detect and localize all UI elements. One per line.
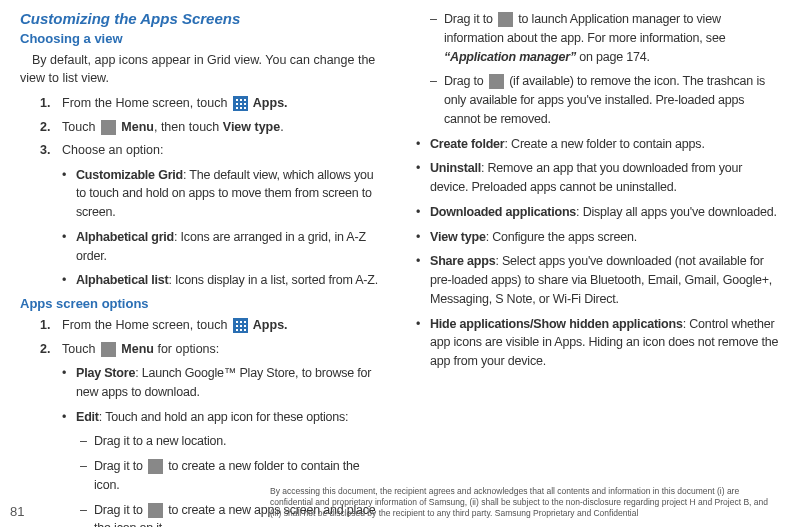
apps-icon [233, 96, 248, 111]
dash-text: Drag to (if available) to remove the ico… [444, 72, 782, 128]
dash-item: – Drag it to to launch Application manag… [430, 10, 782, 66]
option-item: • Create folder: Create a new folder to … [416, 135, 782, 154]
bullet: • [62, 228, 76, 266]
apps-icon [233, 318, 248, 333]
option-text: Customizable Grid: The default view, whi… [76, 166, 386, 222]
dash: – [80, 432, 94, 451]
step-item: 3. Choose an option: [40, 142, 386, 160]
subsection-heading: Apps screen options [20, 296, 386, 311]
option-item: • Hide applications/Show hidden applicat… [416, 315, 782, 371]
step-item: 2. Touch Menu, then touch View type. [40, 119, 386, 137]
bullet: • [416, 252, 430, 308]
intro-paragraph: By default, app icons appear in Grid vie… [20, 52, 386, 87]
step-text: Touch Menu for options: [62, 341, 219, 359]
page-number: 81 [10, 504, 24, 519]
option-item: • Share apps: Select apps you've downloa… [416, 252, 782, 308]
bullet: • [416, 228, 430, 247]
bullet: • [62, 166, 76, 222]
dash: – [430, 72, 444, 128]
folder-target-icon [148, 459, 163, 474]
left-column: Customizing the Apps Screens Choosing a … [20, 10, 386, 527]
option-text: Downloaded applications: Display all app… [430, 203, 777, 222]
option-item: • Customizable Grid: The default view, w… [62, 166, 386, 222]
option-text: Uninstall: Remove an app that you downlo… [430, 159, 782, 197]
step-text: Touch Menu, then touch View type. [62, 119, 284, 137]
option-text: View type: Configure the apps screen. [430, 228, 637, 247]
section-heading: Customizing the Apps Screens [20, 10, 386, 27]
option-text: Create folder: Create a new folder to co… [430, 135, 705, 154]
option-text: Share apps: Select apps you've downloade… [430, 252, 782, 308]
step-item: 1. From the Home screen, touch Apps. [40, 317, 386, 335]
bullet: • [416, 203, 430, 222]
option-text: Play Store: Launch Google™ Play Store, t… [76, 364, 386, 402]
option-item: • Alphabetical list: Icons display in a … [62, 271, 386, 290]
bullet: • [62, 364, 76, 402]
option-item: • Edit: Touch and hold an app icon for t… [62, 408, 386, 427]
option-item: • Uninstall: Remove an app that you down… [416, 159, 782, 197]
step-text: From the Home screen, touch Apps. [62, 95, 288, 113]
dash: – [80, 457, 94, 495]
confidentiality-footer: By accessing this document, the recipien… [270, 486, 772, 519]
option-text: Alphabetical grid: Icons are arranged in… [76, 228, 386, 266]
option-item: • Downloaded applications: Display all a… [416, 203, 782, 222]
bullet: • [62, 408, 76, 427]
dash-item: – Drag to (if available) to remove the i… [430, 72, 782, 128]
option-text: Hide applications/Show hidden applicatio… [430, 315, 782, 371]
option-text: Alphabetical list: Icons display in a li… [76, 271, 378, 290]
dash: – [430, 10, 444, 66]
step-text: Choose an option: [62, 142, 163, 160]
step-number: 2. [40, 341, 62, 359]
subsection-heading: Choosing a view [20, 31, 386, 46]
step-number: 2. [40, 119, 62, 137]
bullet: • [416, 315, 430, 371]
step-text: From the Home screen, touch Apps. [62, 317, 288, 335]
step-item: 1. From the Home screen, touch Apps. [40, 95, 386, 113]
menu-icon [101, 342, 116, 357]
option-item: • View type: Configure the apps screen. [416, 228, 782, 247]
right-column: – Drag it to to launch Application manag… [416, 10, 782, 527]
bullet: • [62, 271, 76, 290]
option-item: • Play Store: Launch Google™ Play Store,… [62, 364, 386, 402]
dash-text: Drag it to to launch Application manager… [444, 10, 782, 66]
bullet: • [416, 159, 430, 197]
screen-target-icon [148, 503, 163, 518]
option-text: Edit: Touch and hold an app icon for the… [76, 408, 348, 427]
option-item: • Alphabetical grid: Icons are arranged … [62, 228, 386, 266]
step-number: 3. [40, 142, 62, 160]
trash-target-icon [489, 74, 504, 89]
appinfo-target-icon [498, 12, 513, 27]
step-number: 1. [40, 95, 62, 113]
dash-text: Drag it to a new location. [94, 432, 226, 451]
bullet: • [416, 135, 430, 154]
dash-item: – Drag it to a new location. [80, 432, 386, 451]
step-item: 2. Touch Menu for options: [40, 341, 386, 359]
page-columns: Customizing the Apps Screens Choosing a … [20, 10, 782, 527]
menu-icon [101, 120, 116, 135]
dash: – [80, 501, 94, 528]
step-number: 1. [40, 317, 62, 335]
